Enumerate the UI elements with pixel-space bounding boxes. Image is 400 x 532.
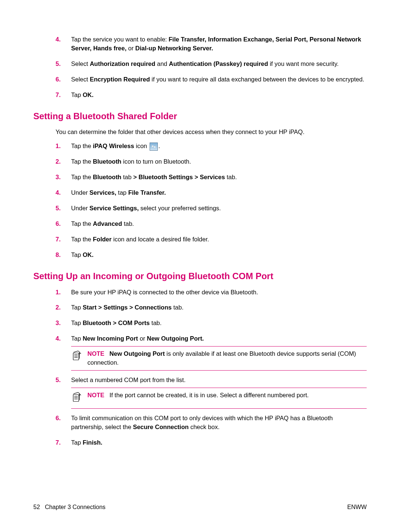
list-item: 6. Tap the Advanced tab. <box>56 220 367 228</box>
step-number: 5. <box>56 204 71 213</box>
step-text: Tap the Bluetooth icon to turn on Blueto… <box>71 157 367 166</box>
step-text: Select Authorization required and Authen… <box>71 60 367 68</box>
step-number: 7. <box>56 91 71 100</box>
heading-com-port: Setting Up an Incoming or Outgoing Bluet… <box>33 270 367 283</box>
footer-left: 52 Chapter 3 Connections <box>33 503 106 511</box>
heading-shared-folder: Setting a Bluetooth Shared Folder <box>33 110 367 123</box>
step-number: 7. <box>56 235 71 244</box>
note-container: NOTE If the port cannot be created, it i… <box>56 388 367 409</box>
step-number: 6. <box>56 414 71 423</box>
step-number: 3. <box>56 319 71 328</box>
list-item: 8. Tap OK. <box>56 251 367 260</box>
step-text: Tap Bluetooth > COM Ports tab. <box>71 319 367 328</box>
step-text: Tap the Bluetooth tab > Bluetooth Settin… <box>71 173 367 182</box>
step-number: 4. <box>56 35 71 44</box>
step-text: Tap OK. <box>71 251 367 260</box>
list-item: 5. Select Authorization required and Aut… <box>56 60 367 68</box>
step-text: Under Service Settings, select your pref… <box>71 204 367 213</box>
step-text: To limit communication on this COM port … <box>71 414 367 432</box>
note-box: NOTE New Outgoing Port is only available… <box>71 346 367 371</box>
page-footer: 52 Chapter 3 Connections ENWW <box>33 503 367 511</box>
step-number: 5. <box>56 376 71 385</box>
note-container: NOTE New Outgoing Port is only available… <box>56 346 367 371</box>
note-box: NOTE If the port cannot be created, it i… <box>71 388 367 409</box>
note-icon <box>71 349 82 367</box>
step-text: Tap the service you want to enable: File… <box>71 35 367 53</box>
step-number: 3. <box>56 173 71 182</box>
list-item: 4. Tap the service you want to enable: F… <box>56 35 367 53</box>
note-text: NOTE New Outgoing Port is only available… <box>87 349 367 367</box>
list-item: 4. Under Services, tap File Transfer. <box>56 188 367 197</box>
step-number: 6. <box>56 75 71 84</box>
step-text: Under Services, tap File Transfer. <box>71 188 367 197</box>
list-item: 6. Select Encryption Required if you wan… <box>56 75 367 84</box>
step-number: 2. <box>56 303 71 312</box>
step-text: Tap the Folder icon and locate a desired… <box>71 235 367 244</box>
svg-rect-0 <box>73 353 79 360</box>
ipaq-wireless-icon <box>150 143 158 151</box>
list-item: 7. Tap OK. <box>56 91 367 100</box>
document-page: 4. Tap the service you want to enable: F… <box>0 0 400 447</box>
list-item: 5. Under Service Settings, select your p… <box>56 204 367 213</box>
footer-right: ENWW <box>347 503 367 511</box>
list-item: 4. Tap New Incoming Port or New Outgoing… <box>56 334 367 343</box>
step-number: 4. <box>56 334 71 343</box>
step-text: Tap the iPAQ Wireless icon . <box>71 142 367 151</box>
step-text: Be sure your HP iPAQ is connected to the… <box>71 288 367 297</box>
step-list-continued: 4. Tap the service you want to enable: F… <box>33 35 367 100</box>
list-item: 2. Tap Start > Settings > Connections ta… <box>56 303 367 312</box>
list-item: 6. To limit communication on this COM po… <box>56 414 367 432</box>
note-label: NOTE <box>87 350 104 357</box>
step-number: 8. <box>56 251 71 260</box>
step-text: Select a numbered COM port from the list… <box>71 376 367 385</box>
step-number: 1. <box>56 142 71 151</box>
note-icon <box>71 391 82 405</box>
step-list-shared-folder: 1. Tap the iPAQ Wireless icon . 2. Tap t… <box>33 142 367 259</box>
list-item: 5. Select a numbered COM port from the l… <box>56 376 367 385</box>
note-text: NOTE If the port cannot be created, it i… <box>87 391 367 405</box>
list-item: 1. Tap the iPAQ Wireless icon . <box>56 142 367 151</box>
intro-text: You can determine the folder that other … <box>33 128 367 137</box>
step-number: 5. <box>56 60 71 68</box>
step-number: 7. <box>56 438 71 447</box>
step-text: Select Encryption Required if you want t… <box>71 75 367 84</box>
step-text: Tap Finish. <box>71 438 367 447</box>
list-item: 7. Tap Finish. <box>56 438 367 447</box>
svg-rect-4 <box>73 394 79 401</box>
step-number: 6. <box>56 220 71 228</box>
list-item: 1. Be sure your HP iPAQ is connected to … <box>56 288 367 297</box>
note-label: NOTE <box>87 392 104 398</box>
step-text: Tap the Advanced tab. <box>71 220 367 228</box>
step-text: Tap New Incoming Port or New Outgoing Po… <box>71 334 367 343</box>
list-item: 3. Tap the Bluetooth tab > Bluetooth Set… <box>56 173 367 182</box>
step-number: 1. <box>56 288 71 297</box>
list-item: 2. Tap the Bluetooth icon to turn on Blu… <box>56 157 367 166</box>
step-number: 4. <box>56 188 71 197</box>
step-list-com-port: 1. Be sure your HP iPAQ is connected to … <box>33 288 367 447</box>
list-item: 7. Tap the Folder icon and locate a desi… <box>56 235 367 244</box>
step-text: Tap OK. <box>71 91 367 100</box>
step-number: 2. <box>56 157 71 166</box>
list-item: 3. Tap Bluetooth > COM Ports tab. <box>56 319 367 328</box>
step-text: Tap Start > Settings > Connections tab. <box>71 303 367 312</box>
